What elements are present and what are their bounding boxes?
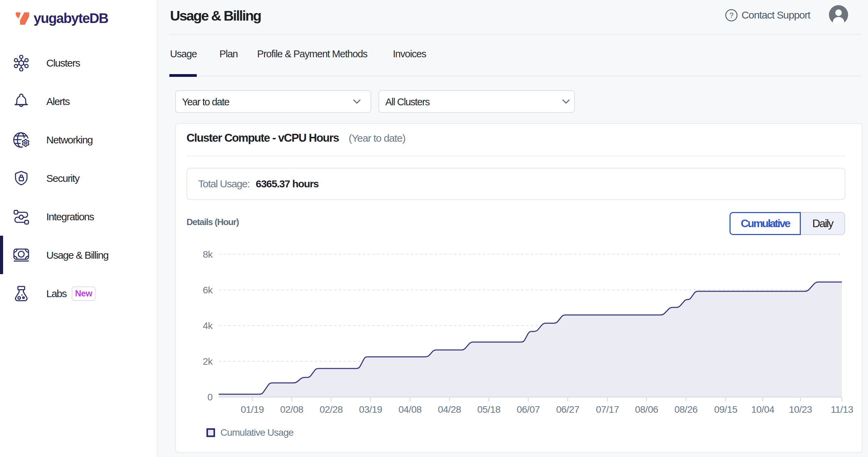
svg-text:Cumulative Usage: Cumulative Usage — [220, 427, 293, 438]
svg-text:08/06: 08/06 — [635, 404, 658, 415]
svg-text:4k: 4k — [203, 320, 213, 331]
svg-text:02/08: 02/08 — [280, 404, 303, 415]
svg-text:11/13: 11/13 — [831, 404, 853, 415]
svg-text:02/28: 02/28 — [320, 404, 343, 415]
svg-text:0: 0 — [207, 392, 213, 402]
svg-text:04/28: 04/28 — [438, 404, 461, 415]
svg-text:06/07: 06/07 — [517, 404, 540, 415]
svg-text:08/26: 08/26 — [674, 404, 698, 415]
svg-text:?: ? — [729, 11, 733, 20]
svg-text:05/18: 05/18 — [477, 404, 501, 415]
svg-text:01/19: 01/19 — [241, 404, 264, 415]
svg-text:10/23: 10/23 — [789, 404, 812, 415]
svg-text:09/15: 09/15 — [714, 404, 737, 415]
svg-text:8k: 8k — [203, 249, 213, 260]
svg-text:6k: 6k — [203, 285, 213, 295]
svg-text:2k: 2k — [203, 356, 213, 367]
svg-text:10/04: 10/04 — [751, 404, 774, 415]
svg-text:07/17: 07/17 — [596, 404, 619, 415]
svg-text:04/08: 04/08 — [398, 404, 422, 415]
svg-text:03/19: 03/19 — [359, 404, 382, 415]
svg-text:06/27: 06/27 — [556, 404, 579, 415]
